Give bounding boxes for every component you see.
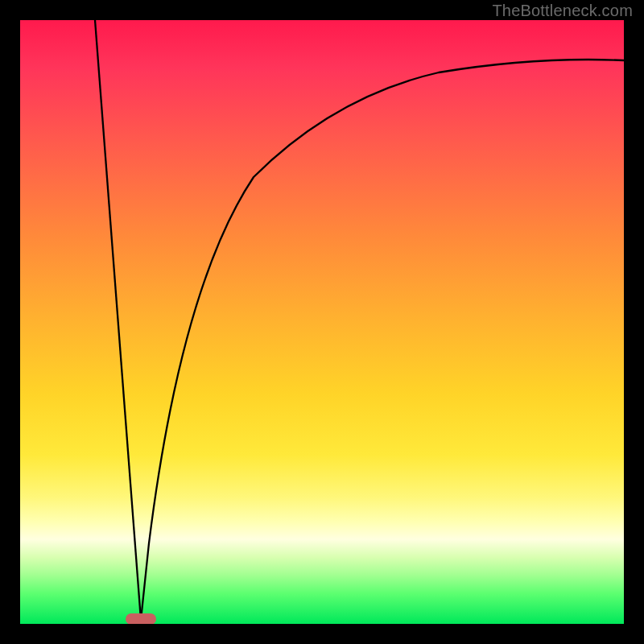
optimal-marker xyxy=(126,613,156,624)
right-branch-line xyxy=(141,60,624,620)
watermark-text: TheBottleneck.com xyxy=(492,2,633,20)
plot-area xyxy=(20,20,624,624)
curve-layer xyxy=(20,20,624,624)
chart-frame: TheBottleneck.com xyxy=(0,0,644,644)
left-branch-line xyxy=(95,20,141,620)
